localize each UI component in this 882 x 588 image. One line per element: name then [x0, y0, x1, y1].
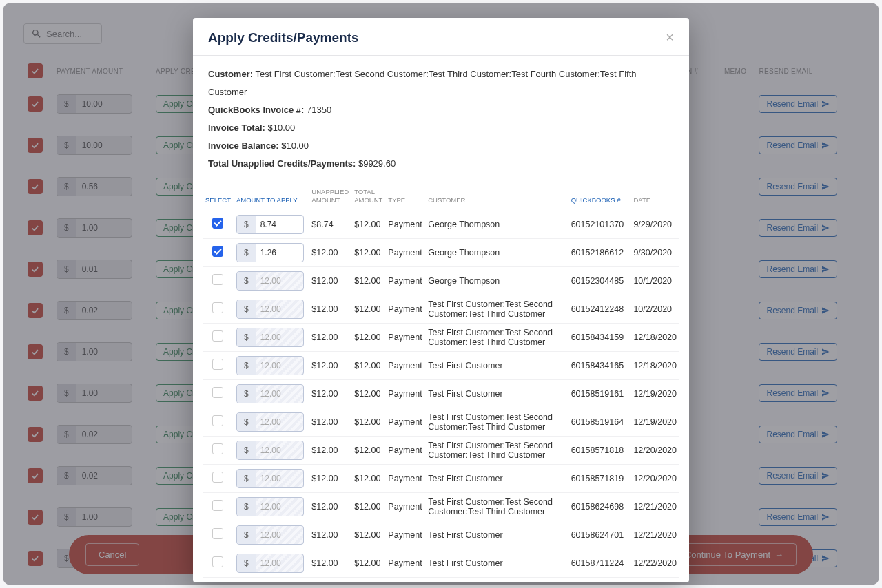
th-select[interactable]: SELECT: [203, 182, 234, 211]
row-select-checkbox[interactable]: [212, 330, 223, 342]
amount-to-apply-input: $: [236, 356, 304, 375]
amount-to-apply-input[interactable]: $: [236, 243, 304, 262]
payment-date: 9/30/2020: [630, 238, 679, 266]
unapplied-amount: $12.00: [309, 577, 351, 582]
amount-field[interactable]: [256, 216, 303, 233]
customer-value: Test First Customer:Test Second Customer…: [208, 69, 637, 97]
payment-date: 12/20/2020: [630, 464, 679, 492]
row-select-checkbox[interactable]: [212, 443, 223, 454]
row-select-checkbox[interactable]: [212, 359, 223, 370]
quickbooks-number: 60158571819: [568, 464, 631, 492]
payment-type: Payment: [385, 379, 425, 408]
row-select-checkbox[interactable]: [212, 556, 223, 567]
payment-type: Payment: [385, 464, 425, 492]
dollar-icon: $: [237, 272, 256, 290]
payment-date: 12/18/2020: [630, 323, 679, 351]
payment-date: 10/1/2020: [630, 266, 679, 295]
modal-title: Apply Credits/Payments: [208, 30, 359, 45]
customer-name: George Thompson: [425, 238, 568, 266]
unapplied-amount: $12.00: [309, 521, 351, 549]
amount-field: [256, 272, 303, 290]
amount-to-apply-input: $: [236, 441, 304, 460]
quickbooks-number: 60158434165: [568, 351, 631, 379]
amount-field: [256, 328, 303, 346]
quickbooks-number: 60158434159: [568, 323, 631, 351]
customer-name: Test First Customer:Test Second Customer…: [425, 408, 568, 436]
dollar-icon: $: [237, 300, 256, 318]
dollar-icon: $: [237, 526, 256, 544]
invoice-balance-value: $10.00: [281, 140, 309, 151]
payment-type: Payment: [385, 323, 425, 351]
payment-type: Payment: [385, 492, 425, 521]
unapplied-amount: $12.00: [309, 492, 351, 521]
th-customer: CUSTOMER: [425, 182, 568, 211]
th-unapplied: UNAPPLIED AMOUNT: [309, 182, 351, 211]
quickbooks-number: 60158711232: [568, 577, 631, 582]
credit-row: $ $12.00 $12.00 Payment Test First Custo…: [203, 577, 679, 582]
payment-type: Payment: [385, 521, 425, 549]
amount-to-apply-input: $: [236, 412, 304, 432]
unapplied-amount: $12.00: [309, 266, 351, 295]
th-quickbooks[interactable]: QUICKBOOKS #: [568, 182, 631, 211]
customer-name: Test First Customer: [425, 351, 568, 379]
unapplied-amount: $12.00: [309, 238, 351, 266]
credit-row: $ $12.00 $12.00 Payment Test First Custo…: [203, 464, 679, 492]
total-amount: $12.00: [351, 464, 385, 492]
total-amount: $12.00: [351, 492, 385, 521]
customer-name: George Thompson: [425, 211, 568, 239]
amount-to-apply-input: $: [236, 497, 304, 516]
amount-to-apply-input[interactable]: $: [236, 215, 304, 234]
customer-name: Test First Customer: [425, 549, 568, 577]
row-select-checkbox[interactable]: [212, 218, 223, 229]
amount-field[interactable]: [256, 244, 303, 262]
row-select-checkbox[interactable]: [212, 302, 223, 313]
amount-to-apply-input: $: [236, 554, 304, 573]
unapplied-amount: $12.00: [309, 351, 351, 379]
unapplied-amount: $12.00: [309, 464, 351, 492]
invoice-balance-label: Invoice Balance:: [208, 140, 279, 151]
payment-type: Payment: [385, 266, 425, 295]
payment-date: 12/19/2020: [630, 408, 679, 436]
total-amount: $12.00: [351, 379, 385, 408]
quickbooks-number: 60158624698: [568, 492, 631, 521]
credit-row: $ $12.00 $12.00 Payment Test First Custo…: [203, 521, 679, 549]
credit-row: $ $12.00 $12.00 Payment Test First Custo…: [203, 379, 679, 408]
th-amount-to-apply[interactable]: AMOUNT TO APPLY: [234, 182, 309, 211]
customer-name: Test First Customer:Test Second Customer…: [425, 492, 568, 521]
dollar-icon: $: [237, 216, 256, 233]
apply-credits-modal: Apply Credits/Payments × Customer: Test …: [193, 18, 689, 582]
credit-row: $ $8.74 $12.00 Payment George Thompson 6…: [203, 211, 679, 239]
dollar-icon: $: [237, 328, 256, 346]
credit-row: $ $12.00 $12.00 Payment Test First Custo…: [203, 408, 679, 436]
unapplied-amount: $12.00: [309, 436, 351, 464]
total-amount: $12.00: [351, 266, 385, 295]
amount-field: [256, 526, 303, 544]
dollar-icon: $: [237, 498, 256, 516]
payment-type: Payment: [385, 211, 425, 239]
payment-date: 12/22/2020: [630, 549, 679, 577]
row-select-checkbox[interactable]: [212, 472, 223, 483]
row-select-checkbox[interactable]: [212, 528, 223, 539]
row-select-checkbox[interactable]: [212, 415, 223, 426]
quickbooks-number: 60158624701: [568, 521, 631, 549]
amount-to-apply-input: $: [236, 525, 304, 545]
amount-to-apply-input: $: [236, 469, 304, 488]
total-amount: $12.00: [351, 351, 385, 379]
payment-type: Payment: [385, 549, 425, 577]
amount-field: [256, 300, 303, 318]
amount-to-apply-input: $: [236, 300, 304, 319]
qb-invoice-label: QuickBooks Invoice #:: [208, 105, 304, 115]
row-select-checkbox[interactable]: [212, 500, 223, 511]
amount-to-apply-input: $: [236, 271, 304, 291]
customer-name: Test First Customer:Test Second Customer…: [425, 436, 568, 464]
amount-field: [256, 498, 303, 516]
payment-type: Payment: [385, 295, 425, 323]
close-icon[interactable]: ×: [666, 30, 674, 44]
dollar-icon: $: [237, 470, 256, 487]
credit-row: $ $12.00 $12.00 Payment Test First Custo…: [203, 549, 679, 577]
row-select-checkbox[interactable]: [212, 274, 223, 285]
total-amount: $12.00: [351, 436, 385, 464]
unapplied-amount: $12.00: [309, 549, 351, 577]
row-select-checkbox[interactable]: [212, 387, 223, 398]
row-select-checkbox[interactable]: [212, 246, 223, 257]
